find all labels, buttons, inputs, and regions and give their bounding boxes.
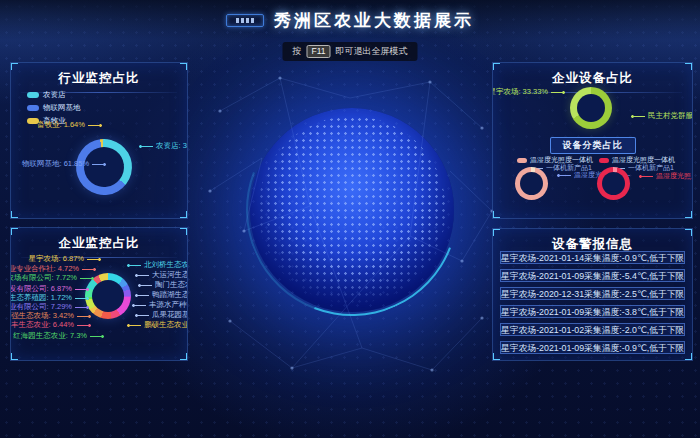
corner-bracket: [10, 62, 18, 70]
chart-label: 星宇农场: 33.33%: [492, 88, 565, 96]
page-title: 秀洲区农业大数据展示: [274, 9, 474, 32]
device-class-title: 设备分类占比: [550, 137, 636, 154]
dashboard-root: 秀洲区农业大数据展示 按 F11 即可退出全屏模式 行业监控占比 农资店 物联网…: [0, 0, 700, 438]
corner-bracket: [10, 353, 18, 361]
device-class-donut-right[interactable]: [597, 167, 630, 200]
chart-label: 畜牧业: 1.64%: [37, 121, 102, 129]
legend-swatch: [517, 158, 527, 163]
chart-label: 丰源水产种苗养殖场: 1.: [132, 301, 188, 309]
header-bar: 秀洲区农业大数据展示: [0, 0, 700, 40]
chart-label: 北刘桥生态农场: 11.36%: [127, 261, 188, 269]
panel-title: 企业监控占比: [11, 235, 187, 252]
corner-bracket: [180, 353, 188, 361]
corner-bracket: [10, 227, 18, 235]
alarm-row: 星宇农场-2021-01-09采集温度:-5.4℃,低于下限:0℃: [500, 269, 685, 282]
legend-swatch: [599, 158, 609, 163]
legend-label: 农资店: [43, 90, 66, 100]
panel-title: 企业设备占比: [493, 70, 692, 87]
alarm-row: 星宇农场-2021-01-02采集温度:-2.0℃,低于下限:0℃: [500, 323, 685, 336]
chart-label: 国开发有限公司: 6.87%: [10, 285, 89, 293]
alarm-row: 星宇农场-2021-01-14采集温度:-0.9℃,低于下限:0℃: [500, 251, 685, 264]
panel-title: 行业监控占比: [11, 70, 187, 87]
tip-suffix: 即可退出全屏模式: [336, 45, 408, 58]
chart-label: 中达牧业有限公司: 7.29%: [10, 303, 89, 311]
chart-label: 仁丰生态农业: 6.44%: [10, 321, 91, 329]
chart-label: 李强生态农场: 3.42%: [10, 312, 91, 320]
corner-bracket: [685, 62, 693, 70]
corner-bracket: [492, 211, 500, 219]
alarm-row: 星宇农场-2021-01-09采集温度:-0.9℃,低于下限:0℃: [500, 341, 685, 354]
legend-swatch: [27, 105, 39, 111]
device-ratio-panel: 企业设备占比 星宇农场: 33.33% 民主村党群服务中心: 设备分类占比 温湿…: [492, 62, 693, 219]
chart-label: 上华生态养殖园: 1.72%: [10, 294, 89, 302]
legend-item[interactable]: 农资店: [27, 90, 81, 100]
alarm-list: 星宇农场-2021-01-14采集温度:-0.9℃,低于下限:0℃ 星宇农场-2…: [500, 251, 685, 359]
fullscreen-tip: 按 F11 即可退出全屏模式: [282, 42, 417, 61]
chart-label: 大运河生态牧业有限责任公: [135, 271, 188, 279]
legend-label: 物联网基地: [43, 103, 81, 113]
chart-label: 瓜果花园基地: 15.02%: [135, 311, 188, 319]
corner-bracket: [492, 62, 500, 70]
corner-bracket: [180, 227, 188, 235]
corner-bracket: [492, 228, 500, 236]
chart-label: 物联网基地: 61.85%: [22, 160, 106, 168]
device-donut-chart[interactable]: [570, 87, 612, 129]
corner-bracket: [685, 353, 693, 361]
corner-bracket: [180, 62, 188, 70]
chart-label: 鹏硕生态农业有限公司: 6.87%: [127, 321, 188, 329]
chart-label: 鸭踏湖生态农场: 4.29%: [135, 291, 188, 299]
chart-label: 家临农场有限公司: 7.72%: [10, 274, 94, 282]
tip-prefix: 按: [292, 45, 301, 58]
chart-label: 红海园生态农业: 7.3%: [13, 332, 104, 340]
alarm-row: 星宇农场-2021-01-09采集温度:-3.8℃,低于下限:0℃: [500, 305, 685, 318]
chart-label: 星宇农场: 6.87%: [29, 255, 101, 263]
enterprise-monitor-panel: 企业监控占比 星宇农场: 6.87% 红阳禽业专业合作社: 4.72% 家临农场…: [10, 227, 188, 361]
chart-label: 红阳禽业专业合作社: 4.72%: [10, 265, 96, 273]
chart-label: 农资店: 36.57%: [139, 142, 188, 150]
chart-label: 民主村党群服务中心:: [631, 112, 693, 120]
corner-bracket: [685, 211, 693, 219]
legend-swatch: [27, 92, 39, 98]
globe-visualization: [250, 108, 454, 312]
legend-item[interactable]: 物联网基地: [27, 103, 81, 113]
chart-label: 温湿度光照度一—: [639, 172, 693, 180]
corner-bracket: [685, 228, 693, 236]
device-alarm-panel: 设备警报信息 星宇农场-2021-01-14采集温度:-0.9℃,低于下限:0℃…: [492, 228, 693, 361]
industry-monitor-panel: 行业监控占比 农资店 物联网基地 畜牧业 畜牧业: 1.64% 农资店: 36.…: [10, 62, 188, 219]
corner-bracket: [180, 211, 188, 219]
alarm-row: 星宇农场-2020-12-31采集温度:-2.5℃,低于下限:0℃: [500, 287, 685, 300]
chart-label: 陶门生态农业科技有限公: [138, 281, 188, 289]
corner-bracket: [492, 353, 500, 361]
logo-badge-icon: [226, 14, 264, 27]
f11-keycap: F11: [306, 45, 330, 58]
device-class-donut-left[interactable]: [515, 167, 548, 200]
corner-bracket: [10, 211, 18, 219]
